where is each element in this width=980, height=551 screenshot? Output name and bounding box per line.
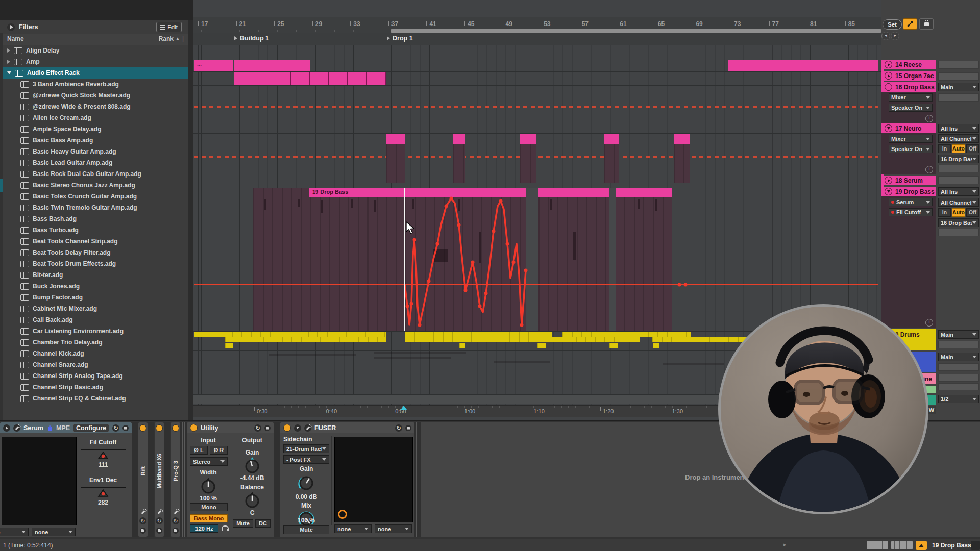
browser-preset-item[interactable]: Beat Tools Drum Effects.adg [0,258,188,269]
clip-view-toggle[interactable] [916,541,927,550]
balance-knob[interactable] [243,491,261,508]
track-header-14-reese[interactable]: 14 Reese [881,60,936,69]
speaker-on-dropdown[interactable]: Speaker On [889,145,933,153]
browser-preset-item[interactable]: @zdrewe Wide & Present 808.adg [0,101,188,112]
browser-preset-item[interactable]: Cabinet Mic Mixer.adg [0,303,188,314]
configure-button[interactable]: Configure [73,424,109,432]
hot-swap-icon[interactable] [304,424,311,432]
browser-filters-row[interactable]: Filters Edit [0,20,188,34]
plugin-param-dropdown[interactable]: none [32,528,76,536]
browser-preset-item[interactable]: 3 Band Ambience Reverb.adg [0,79,188,90]
scroll-right-button[interactable]: ▸ [891,32,899,40]
mixer-device-dropdown[interactable]: Mixer [889,135,933,143]
monitor-auto[interactable]: Auto [952,144,965,153]
sc-gain-value[interactable]: 0.00 dB [283,493,329,500]
add-lane-button[interactable]: + [925,319,933,327]
multiband-x6-device-collapsed[interactable]: Multiband X6 ↻ [155,422,164,537]
monitor-off[interactable]: Off [966,208,979,217]
save-icon[interactable] [156,528,162,534]
headphone-icon[interactable] [222,525,229,531]
mpe-label[interactable]: MPE [56,424,70,432]
fold-icon[interactable] [885,188,892,195]
browser-preset-item[interactable]: Channel Strip Analog Tape.adg [0,370,188,382]
track-header-15-organ[interactable]: 15 Organ 7ac [881,71,936,81]
mix-value[interactable]: 100 % [283,517,329,524]
drum-clip[interactable] [405,332,552,337]
drum-clip[interactable] [459,343,465,348]
serum-device-titlebar[interactable]: Serum MPE Configure ↻ [0,422,132,433]
browser-preset-item[interactable]: Basic Tolex Crunch Guitar Amp.adg [0,191,188,202]
gain-value[interactable]: -4.44 dB [231,474,274,482]
browser-preset-item[interactable]: Basic Twin Tremolo Guitar Amp.adg [0,202,188,213]
pro-q3-device-collapsed[interactable]: Pro-Q 3 ↻ [171,422,180,537]
browser-preset-item[interactable]: Car Listening Environment.adg [0,325,188,337]
mono-button[interactable]: Mono [190,503,228,511]
output-routing-dropdown[interactable]: Main [938,353,979,361]
hot-swap-preset-icon[interactable]: ↻ [395,424,402,432]
speaker-on-dropdown[interactable]: Speaker On [889,104,933,112]
browser-preset-item[interactable]: Ample Space Delay.adg [0,123,188,135]
name-column-label[interactable]: Name [7,35,24,42]
track-header-16-drop-bass[interactable]: 16 Drop Bass [881,82,936,92]
browser-preset-item[interactable]: Basic Bass Amp.adg [0,135,188,146]
browser-folder-audio-effect-rack[interactable]: Audio Effect Rack [0,67,188,79]
width-knob[interactable] [200,477,217,494]
track-header-17-neuro[interactable]: 17 Neuro [881,123,936,133]
browser-preset-item[interactable]: Basic Lead Guitar Amp.adg [0,157,188,168]
phase-right-button[interactable]: Ø R [210,446,228,455]
drum-clip[interactable] [537,343,546,348]
fold-icon[interactable] [885,124,892,132]
browser-preset-item[interactable]: Call Back.adg [0,314,188,325]
monitor-switch[interactable]: In Auto Off [938,208,979,217]
io-slot[interactable] [938,72,979,81]
hot-swap-icon[interactable] [13,424,20,432]
output-routing-dropdown[interactable]: 16 Drop Bass [938,218,979,227]
fil-cutoff-dropdown[interactable]: Fil Cutoff [889,208,933,216]
device-activator[interactable] [139,424,146,432]
output-routing-dropdown[interactable]: Main [938,330,979,339]
output-routing-dropdown[interactable]: Main [938,83,979,91]
monitor-off[interactable]: Off [966,144,979,153]
hot-swap-icon[interactable]: ↻ [156,517,163,524]
io-slot[interactable] [938,93,979,102]
browser-preset-item[interactable]: Bump Factor.adg [0,292,188,303]
browser-preset-item[interactable]: Channel Snare.adg [0,359,188,370]
drum-clip[interactable] [225,343,233,348]
menu-icon[interactable] [885,83,892,91]
expand-arrow-icon[interactable] [7,48,10,53]
io-slot[interactable] [938,383,979,390]
rift-device-collapsed[interactable]: Rift ↻ [138,422,148,537]
save-icon[interactable] [173,528,179,534]
io-slot[interactable] [938,165,979,172]
save-icon[interactable] [140,528,146,534]
sidechain-source-dropdown[interactable]: 21-Drum Rack [283,444,329,453]
browser-preset-item[interactable]: Bit-ter.adg [0,269,188,281]
browser-preset-item[interactable]: @zdrewe Quick Stock Master.adg [0,90,188,101]
hot-swap-icon[interactable]: ↻ [172,517,179,524]
sort-ascending-icon[interactable]: ▲ [176,36,180,41]
fold-icon[interactable] [885,72,892,80]
browser-folder-amp[interactable]: Amp [0,56,188,67]
mixer-device-dropdown[interactable]: Mixer [889,93,933,102]
width-value[interactable]: 100 % [187,495,230,502]
io-slot[interactable] [938,374,979,382]
output-routing-dropdown[interactable]: 16 Drop Bass [938,155,979,163]
add-lane-button[interactable]: + [925,115,933,122]
io-slot[interactable] [938,229,979,236]
io-slot[interactable] [938,176,979,184]
hot-swap-preset-icon[interactable]: ↻ [112,424,119,432]
macro2-knob[interactable] [97,489,109,497]
browser-folder-align-delay[interactable]: Align Delay [0,45,188,56]
browser-preset-item[interactable]: Basic Rock Dual Cab Guitar Amp.adg [0,168,188,180]
input-routing-dropdown[interactable]: All Ins [938,187,979,196]
macro2-value[interactable]: 282 [78,499,129,506]
browser-preset-item[interactable]: Channel Kick.adg [0,348,188,359]
drum-clip[interactable] [225,337,386,342]
wrench-icon[interactable] [174,510,178,514]
filters-expand-icon[interactable] [7,23,15,31]
browser-preset-item[interactable]: Bass Bash.adg [0,213,188,224]
input-channel-dropdown[interactable]: All Channels [938,198,979,207]
device-activator[interactable] [156,424,163,432]
sc-gain-knob[interactable] [296,472,316,493]
input-channel-dropdown[interactable]: All Channels [938,134,979,143]
